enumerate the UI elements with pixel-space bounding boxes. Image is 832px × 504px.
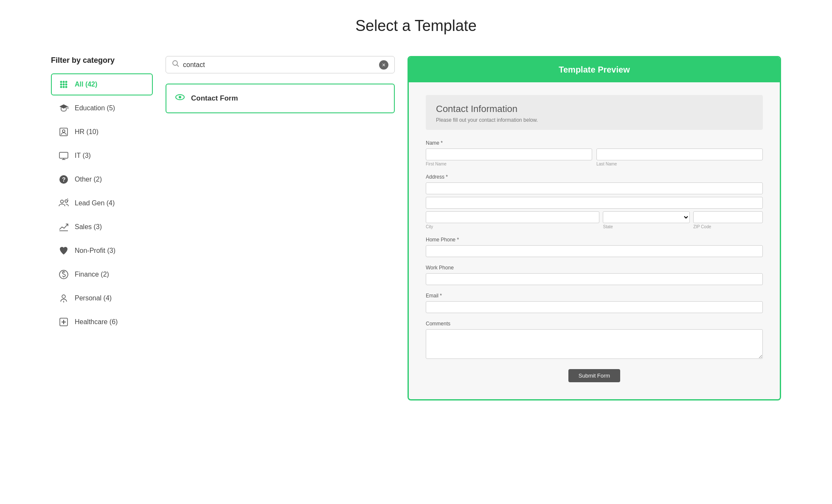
state-sublabel: State [603, 224, 690, 229]
preview-body: Contact Information Please fill out your… [409, 82, 780, 399]
preview-header: Template Preview [409, 57, 780, 82]
city-sublabel: City [426, 224, 599, 229]
heart-icon [58, 245, 70, 257]
svg-rect-12 [59, 152, 68, 158]
svg-point-3 [60, 84, 62, 86]
sidebar: Filter by category All (42) [51, 56, 153, 400]
address-field-group: Address * City State [426, 174, 763, 229]
email-label: Email * [426, 293, 763, 299]
sidebar-item-education[interactable]: Education (5) [51, 97, 153, 119]
svg-point-31 [179, 96, 181, 98]
sidebar-item-education-label: Education (5) [75, 104, 115, 112]
search-bar: × [166, 56, 395, 73]
zip-sublabel: ZIP Code [693, 224, 763, 229]
sidebar-item-it-label: IT (3) [75, 152, 91, 160]
email-field-group: Email * [426, 293, 763, 313]
sidebar-item-nonprofit[interactable]: Non-Profit (3) [51, 240, 153, 262]
sidebar-item-sales[interactable]: Sales (3) [51, 216, 153, 238]
personal-icon [58, 292, 70, 304]
sidebar-item-all-label: All (42) [75, 81, 97, 88]
filter-label: Filter by category [51, 56, 153, 65]
sales-icon [58, 221, 70, 233]
comments-field-group: Comments [426, 321, 763, 361]
sidebar-item-other-label: Other (2) [75, 176, 102, 183]
svg-point-4 [63, 84, 65, 86]
work-phone-input[interactable] [426, 273, 763, 285]
form-title-section: Contact Information Please fill out your… [426, 95, 763, 130]
home-phone-label: Home Phone * [426, 237, 763, 243]
grid-icon [58, 78, 70, 90]
sidebar-item-leadgen[interactable]: Lead Gen (4) [51, 192, 153, 214]
search-icon [172, 60, 180, 70]
svg-text:?: ? [62, 176, 66, 183]
address-city-state-zip-row: City State ZIP Code [426, 211, 763, 229]
center-panel: × Contact Form [166, 56, 395, 400]
search-input[interactable] [183, 61, 379, 69]
work-phone-field-group: Work Phone [426, 265, 763, 285]
page-title: Select a Template [0, 0, 832, 56]
last-name-sublabel: Last Name [596, 162, 763, 166]
submit-button[interactable]: Submit Form [568, 369, 620, 382]
name-field-group: Name * First Name Last Name [426, 140, 763, 166]
svg-point-1 [63, 81, 65, 83]
template-item-contact-form[interactable]: Contact Form [166, 84, 395, 113]
search-clear-button[interactable]: × [379, 60, 388, 70]
graduation-icon [58, 102, 70, 114]
sidebar-item-other[interactable]: ? Other (2) [51, 168, 153, 190]
email-input[interactable] [426, 301, 763, 313]
sidebar-item-nonprofit-label: Non-Profit (3) [75, 247, 115, 255]
name-label: Name * [426, 140, 763, 146]
svg-point-2 [65, 81, 67, 83]
svg-point-28 [173, 61, 177, 65]
comments-label: Comments [426, 321, 763, 327]
healthcare-icon [58, 316, 70, 328]
city-input[interactable] [426, 211, 599, 223]
home-phone-input[interactable] [426, 245, 763, 257]
svg-point-17 [61, 200, 64, 203]
svg-point-11 [62, 130, 65, 132]
address-line1-input[interactable] [426, 182, 763, 194]
comments-textarea[interactable] [426, 329, 763, 359]
it-icon [58, 150, 70, 162]
svg-point-6 [60, 86, 62, 88]
sidebar-item-sales-label: Sales (3) [75, 223, 102, 231]
sidebar-item-it[interactable]: IT (3) [51, 145, 153, 167]
home-phone-field-group: Home Phone * [426, 237, 763, 257]
sidebar-item-personal-label: Personal (4) [75, 294, 112, 302]
leadgen-icon [58, 197, 70, 209]
sidebar-item-hr[interactable]: HR (10) [51, 121, 153, 143]
address-line2-input[interactable] [426, 197, 763, 209]
question-icon: ? [58, 174, 70, 185]
svg-point-0 [60, 81, 62, 83]
eye-icon [175, 92, 185, 105]
sidebar-item-hr-label: HR (10) [75, 128, 98, 136]
svg-point-7 [63, 86, 65, 88]
svg-point-23 [62, 295, 65, 298]
sidebar-item-finance-label: Finance (2) [75, 271, 109, 278]
sidebar-item-finance[interactable]: Finance (2) [51, 263, 153, 286]
sidebar-item-leadgen-label: Lead Gen (4) [75, 199, 115, 207]
hr-icon [58, 126, 70, 138]
address-label: Address * [426, 174, 763, 180]
finance-icon [58, 269, 70, 280]
svg-line-29 [177, 65, 179, 67]
sidebar-item-personal[interactable]: Personal (4) [51, 287, 153, 309]
last-name-input[interactable] [596, 148, 763, 160]
first-name-input[interactable] [426, 148, 592, 160]
preview-panel: Template Preview Contact Information Ple… [408, 56, 781, 400]
sidebar-item-healthcare-label: Healthcare (6) [75, 318, 118, 326]
sidebar-item-healthcare[interactable]: Healthcare (6) [51, 311, 153, 333]
template-item-label: Contact Form [191, 94, 238, 103]
form-subtitle: Please fill out your contact information… [436, 117, 753, 123]
work-phone-label: Work Phone [426, 265, 763, 271]
svg-point-8 [65, 86, 67, 88]
state-select[interactable] [603, 211, 690, 223]
form-title: Contact Information [436, 104, 753, 115]
svg-point-5 [65, 84, 67, 86]
first-name-sublabel: First Name [426, 162, 592, 166]
zip-input[interactable] [693, 211, 763, 223]
sidebar-item-all[interactable]: All (42) [51, 73, 153, 95]
